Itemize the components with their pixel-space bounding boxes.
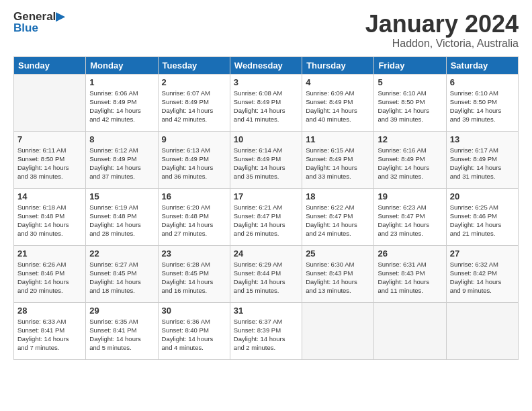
day-info: Sunrise: 6:16 AM Sunset: 8:49 PM Dayligh…: [378, 146, 442, 181]
calendar-cell: 27Sunrise: 6:32 AM Sunset: 8:42 PM Dayli…: [446, 245, 518, 302]
calendar-week-row: 1Sunrise: 6:06 AM Sunset: 8:49 PM Daylig…: [14, 74, 519, 131]
calendar-cell: 10Sunrise: 6:14 AM Sunset: 8:49 PM Dayli…: [230, 131, 302, 188]
calendar-header-row: Sunday Monday Tuesday Wednesday Thursday…: [14, 56, 519, 74]
day-info: Sunrise: 6:30 AM Sunset: 8:43 PM Dayligh…: [306, 260, 370, 295]
day-info: Sunrise: 6:12 AM Sunset: 8:49 PM Dayligh…: [89, 146, 154, 181]
calendar-cell: 6Sunrise: 6:10 AM Sunset: 8:50 PM Daylig…: [446, 74, 518, 131]
day-info: Sunrise: 6:11 AM Sunset: 8:50 PM Dayligh…: [17, 146, 82, 181]
day-info: Sunrise: 6:26 AM Sunset: 8:46 PM Dayligh…: [17, 260, 82, 295]
day-number: 11: [306, 134, 370, 144]
day-number: 2: [162, 77, 226, 87]
calendar-cell: 8Sunrise: 6:12 AM Sunset: 8:49 PM Daylig…: [86, 131, 158, 188]
day-info: Sunrise: 6:23 AM Sunset: 8:47 PM Dayligh…: [378, 203, 442, 238]
calendar-cell: 13Sunrise: 6:17 AM Sunset: 8:49 PM Dayli…: [446, 131, 518, 188]
day-info: Sunrise: 6:28 AM Sunset: 8:45 PM Dayligh…: [162, 260, 226, 295]
calendar-cell: 19Sunrise: 6:23 AM Sunset: 8:47 PM Dayli…: [374, 188, 446, 245]
day-number: 8: [89, 134, 154, 144]
col-monday: Monday: [86, 56, 158, 74]
day-info: Sunrise: 6:09 AM Sunset: 8:49 PM Dayligh…: [306, 89, 370, 124]
calendar-cell: 17Sunrise: 6:21 AM Sunset: 8:47 PM Dayli…: [230, 188, 302, 245]
day-info: Sunrise: 6:17 AM Sunset: 8:49 PM Dayligh…: [450, 146, 515, 181]
calendar-week-row: 28Sunrise: 6:33 AM Sunset: 8:41 PM Dayli…: [14, 302, 519, 359]
calendar-cell: [446, 302, 518, 359]
day-info: Sunrise: 6:14 AM Sunset: 8:49 PM Dayligh…: [234, 146, 298, 181]
day-number: 18: [306, 191, 370, 201]
calendar-cell: [14, 74, 86, 131]
day-number: 21: [17, 248, 82, 259]
title-area: January 2024 Haddon, Victoria, Australia: [365, 11, 519, 50]
calendar-cell: 28Sunrise: 6:33 AM Sunset: 8:41 PM Dayli…: [14, 302, 86, 359]
day-number: 29: [89, 306, 154, 316]
calendar-cell: 1Sunrise: 6:06 AM Sunset: 8:49 PM Daylig…: [86, 74, 158, 131]
calendar-cell: 9Sunrise: 6:13 AM Sunset: 8:49 PM Daylig…: [158, 131, 230, 188]
day-info: Sunrise: 6:06 AM Sunset: 8:49 PM Dayligh…: [89, 89, 154, 124]
day-number: 4: [306, 77, 370, 87]
day-info: Sunrise: 6:22 AM Sunset: 8:47 PM Dayligh…: [306, 203, 370, 238]
calendar-cell: 14Sunrise: 6:18 AM Sunset: 8:48 PM Dayli…: [14, 188, 86, 245]
calendar-body: 1Sunrise: 6:06 AM Sunset: 8:49 PM Daylig…: [14, 74, 519, 359]
day-number: 3: [234, 77, 298, 87]
calendar-page: General▶ Blue January 2024 Haddon, Victo…: [0, 0, 532, 411]
calendar-cell: 21Sunrise: 6:26 AM Sunset: 8:46 PM Dayli…: [14, 245, 86, 302]
logo-blue: Blue: [13, 22, 38, 34]
calendar-cell: 2Sunrise: 6:07 AM Sunset: 8:49 PM Daylig…: [158, 74, 230, 131]
day-number: 30: [162, 306, 226, 316]
day-info: Sunrise: 6:20 AM Sunset: 8:48 PM Dayligh…: [162, 203, 226, 238]
calendar-cell: 29Sunrise: 6:35 AM Sunset: 8:41 PM Dayli…: [86, 302, 158, 359]
col-tuesday: Tuesday: [158, 56, 230, 74]
day-info: Sunrise: 6:10 AM Sunset: 8:50 PM Dayligh…: [378, 89, 442, 124]
calendar-cell: 20Sunrise: 6:25 AM Sunset: 8:46 PM Dayli…: [446, 188, 518, 245]
day-info: Sunrise: 6:33 AM Sunset: 8:41 PM Dayligh…: [17, 317, 82, 353]
logo: General▶ Blue: [13, 11, 64, 34]
day-info: Sunrise: 6:27 AM Sunset: 8:45 PM Dayligh…: [89, 260, 154, 295]
day-info: Sunrise: 6:13 AM Sunset: 8:49 PM Dayligh…: [162, 146, 226, 181]
calendar-cell: [374, 302, 446, 359]
calendar-cell: 18Sunrise: 6:22 AM Sunset: 8:47 PM Dayli…: [302, 188, 374, 245]
day-info: Sunrise: 6:21 AM Sunset: 8:47 PM Dayligh…: [234, 203, 298, 238]
calendar-cell: 4Sunrise: 6:09 AM Sunset: 8:49 PM Daylig…: [302, 74, 374, 131]
day-number: 6: [450, 77, 515, 87]
day-number: 15: [89, 191, 154, 201]
day-number: 24: [234, 248, 298, 259]
calendar-cell: 25Sunrise: 6:30 AM Sunset: 8:43 PM Dayli…: [302, 245, 374, 302]
day-number: 25: [306, 248, 370, 259]
col-sunday: Sunday: [14, 56, 86, 74]
day-info: Sunrise: 6:19 AM Sunset: 8:48 PM Dayligh…: [89, 203, 154, 238]
calendar-cell: 31Sunrise: 6:37 AM Sunset: 8:39 PM Dayli…: [230, 302, 302, 359]
day-info: Sunrise: 6:35 AM Sunset: 8:41 PM Dayligh…: [89, 317, 154, 353]
day-number: 1: [89, 77, 154, 87]
calendar-cell: 15Sunrise: 6:19 AM Sunset: 8:48 PM Dayli…: [86, 188, 158, 245]
logo-general: General▶: [13, 11, 64, 22]
calendar-subtitle: Haddon, Victoria, Australia: [365, 38, 519, 50]
calendar-cell: 26Sunrise: 6:31 AM Sunset: 8:43 PM Dayli…: [374, 245, 446, 302]
day-number: 17: [234, 191, 298, 201]
day-info: Sunrise: 6:10 AM Sunset: 8:50 PM Dayligh…: [450, 89, 515, 124]
day-info: Sunrise: 6:15 AM Sunset: 8:49 PM Dayligh…: [306, 146, 370, 181]
day-info: Sunrise: 6:25 AM Sunset: 8:46 PM Dayligh…: [450, 203, 515, 238]
calendar-cell: 12Sunrise: 6:16 AM Sunset: 8:49 PM Dayli…: [374, 131, 446, 188]
day-number: 27: [450, 248, 515, 259]
col-wednesday: Wednesday: [230, 56, 302, 74]
calendar-cell: 24Sunrise: 6:29 AM Sunset: 8:44 PM Dayli…: [230, 245, 302, 302]
day-number: 19: [378, 191, 442, 201]
col-thursday: Thursday: [302, 56, 374, 74]
day-number: 28: [17, 306, 82, 316]
calendar-header: General▶ Blue January 2024 Haddon, Victo…: [13, 11, 519, 50]
calendar-cell: 11Sunrise: 6:15 AM Sunset: 8:49 PM Dayli…: [302, 131, 374, 188]
day-info: Sunrise: 6:07 AM Sunset: 8:49 PM Dayligh…: [162, 89, 226, 124]
calendar-table: Sunday Monday Tuesday Wednesday Thursday…: [13, 56, 519, 360]
calendar-week-row: 7Sunrise: 6:11 AM Sunset: 8:50 PM Daylig…: [14, 131, 519, 188]
calendar-cell: [302, 302, 374, 359]
day-number: 26: [378, 248, 442, 259]
calendar-week-row: 21Sunrise: 6:26 AM Sunset: 8:46 PM Dayli…: [14, 245, 519, 302]
day-number: 10: [234, 134, 298, 144]
day-number: 14: [17, 191, 82, 201]
day-number: 22: [89, 248, 154, 259]
day-info: Sunrise: 6:08 AM Sunset: 8:49 PM Dayligh…: [234, 89, 298, 124]
day-number: 12: [378, 134, 442, 144]
calendar-cell: 5Sunrise: 6:10 AM Sunset: 8:50 PM Daylig…: [374, 74, 446, 131]
calendar-cell: 7Sunrise: 6:11 AM Sunset: 8:50 PM Daylig…: [14, 131, 86, 188]
calendar-cell: 30Sunrise: 6:36 AM Sunset: 8:40 PM Dayli…: [158, 302, 230, 359]
calendar-cell: 3Sunrise: 6:08 AM Sunset: 8:49 PM Daylig…: [230, 74, 302, 131]
calendar-cell: 22Sunrise: 6:27 AM Sunset: 8:45 PM Dayli…: [86, 245, 158, 302]
